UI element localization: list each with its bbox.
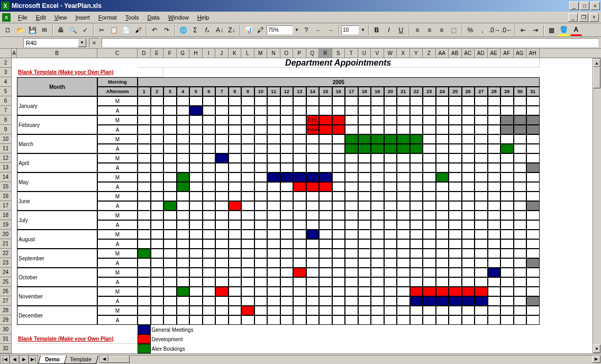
cell-May-A-30[interactable]	[514, 182, 527, 192]
cell-October-M-15[interactable]	[319, 268, 332, 277]
cell-May-A-24[interactable]	[436, 182, 449, 192]
event-cell[interactable]	[526, 201, 540, 211]
cell-March-M-11[interactable]	[267, 134, 280, 144]
cell-May-M-3[interactable]	[163, 172, 177, 182]
cell-August-A-6[interactable]	[203, 239, 216, 249]
cell-June-M-27[interactable]	[475, 192, 488, 201]
cell-January-A-13[interactable]	[293, 106, 306, 115]
cell-January-A-31[interactable]	[526, 106, 540, 115]
cell-May-A-21[interactable]	[397, 182, 410, 192]
cell-August-A-16[interactable]	[332, 239, 345, 249]
cell-May-M-31[interactable]	[526, 172, 540, 182]
workbook-close-button[interactable]: ×	[589, 13, 599, 22]
cell-June-A-23[interactable]	[423, 201, 436, 211]
cell-February-M-19[interactable]	[371, 115, 384, 125]
cell-May-M-26[interactable]	[462, 172, 475, 182]
cell-June-M-29[interactable]	[500, 192, 514, 201]
col-header-M[interactable]: M	[254, 49, 268, 58]
month-september[interactable]: September	[17, 249, 97, 268]
cell-March-M-2[interactable]	[151, 134, 164, 144]
cell-October-A-2[interactable]	[151, 277, 164, 287]
col-header-AH[interactable]: AH	[526, 49, 540, 58]
event-cell[interactable]	[475, 296, 488, 306]
cell-June-A-12[interactable]	[280, 201, 294, 211]
cell-April-A-13[interactable]	[293, 163, 306, 172]
cell-August-M-7[interactable]	[215, 230, 229, 239]
cell-November-A-10[interactable]	[254, 296, 268, 306]
cell-August-A-4[interactable]	[177, 239, 190, 249]
cell-February-M-3[interactable]	[163, 115, 177, 125]
cell-April-A-3[interactable]	[163, 163, 177, 172]
align-left-icon[interactable]: ≡	[412, 24, 423, 36]
cell-January-A-7[interactable]	[215, 106, 229, 115]
cell-January-A-15[interactable]	[319, 106, 332, 115]
sheet-tab-template[interactable]: Template	[63, 356, 98, 364]
ma-m-6[interactable]: M	[97, 211, 138, 220]
day-header-24[interactable]: 24	[436, 87, 449, 96]
cell-March-M-15[interactable]	[319, 134, 332, 144]
month-march[interactable]: March	[17, 134, 97, 153]
cell-December-A-12[interactable]	[280, 315, 294, 325]
cell-December-A-7[interactable]	[215, 315, 229, 325]
menu-data[interactable]: Data	[143, 13, 163, 22]
cell-March-A-6[interactable]	[203, 144, 216, 153]
cell-August-M-13[interactable]	[293, 230, 306, 239]
redo-icon[interactable]: ↷	[161, 24, 172, 36]
cell-February-A-25[interactable]	[449, 125, 462, 134]
cell-August-A-2[interactable]	[151, 239, 164, 249]
cell-August-M-25[interactable]	[449, 230, 462, 239]
cell-June-M-8[interactable]	[229, 192, 242, 201]
cell-March-A-12[interactable]	[280, 144, 294, 153]
cell-November-A-13[interactable]	[293, 296, 306, 306]
cell-October-M-21[interactable]	[397, 268, 410, 277]
print-preview-icon[interactable]: 🔍	[67, 24, 79, 36]
cell-July-M-30[interactable]	[514, 211, 527, 220]
cell-June-A-18[interactable]	[358, 201, 371, 211]
cell-November-A-21[interactable]	[397, 296, 410, 306]
sheet-nav-prev-icon[interactable]: ◀	[10, 355, 19, 363]
cell-December-A-24[interactable]	[436, 315, 449, 325]
cell-February-M-10[interactable]	[254, 115, 268, 125]
cell-December-A-22[interactable]	[410, 315, 423, 325]
cell-June-M-19[interactable]	[371, 192, 384, 201]
cell-June-M-28[interactable]	[488, 192, 501, 201]
event-cell[interactable]	[163, 201, 177, 211]
event-cell[interactable]	[526, 115, 540, 125]
cell-September-M-27[interactable]	[475, 249, 488, 258]
cell-August-M-30[interactable]	[514, 230, 527, 239]
cell-July-A-3[interactable]	[163, 220, 177, 230]
cell-April-M-15[interactable]	[319, 153, 332, 163]
col-header-W[interactable]: W	[384, 49, 397, 58]
col-header-A[interactable]: A	[12, 49, 17, 58]
cell-January-M-21[interactable]	[397, 96, 410, 106]
cell-February-M-6[interactable]	[203, 115, 216, 125]
cell-September-M-24[interactable]	[436, 249, 449, 258]
event-cell[interactable]	[332, 125, 345, 134]
day-header-29[interactable]: 29	[500, 87, 514, 96]
menu-file[interactable]: File	[14, 13, 32, 22]
ma-m-10[interactable]: M	[97, 287, 138, 296]
cell-December-M-24[interactable]	[436, 306, 449, 315]
row-header-6[interactable]: 6	[0, 96, 12, 106]
cell-December-A-20[interactable]	[384, 315, 397, 325]
cell-October-M-11[interactable]	[267, 268, 280, 277]
event-cell[interactable]	[319, 172, 332, 182]
ma-a-7[interactable]: A	[97, 239, 138, 249]
cell-May-A-12[interactable]	[280, 182, 294, 192]
cell-December-A-3[interactable]	[163, 315, 177, 325]
cell-July-A-13[interactable]	[293, 220, 306, 230]
cell-April-M-5[interactable]	[189, 153, 203, 163]
cell-September-A-19[interactable]	[371, 258, 384, 268]
cell-July-A-14[interactable]	[306, 220, 320, 230]
cell-June-A-20[interactable]	[384, 201, 397, 211]
cell-June-M-23[interactable]	[423, 192, 436, 201]
cell-December-M-2[interactable]	[151, 306, 164, 315]
event-cell[interactable]	[177, 182, 190, 192]
cell-February-A-27[interactable]	[475, 125, 488, 134]
cell-December-M-29[interactable]	[500, 306, 514, 315]
cell-September-M-20[interactable]	[384, 249, 397, 258]
cell-August-M-1[interactable]	[138, 230, 151, 239]
cell-October-M-31[interactable]	[526, 268, 540, 277]
ma-a-6[interactable]: A	[97, 220, 138, 230]
cell-September-A-18[interactable]	[358, 258, 371, 268]
